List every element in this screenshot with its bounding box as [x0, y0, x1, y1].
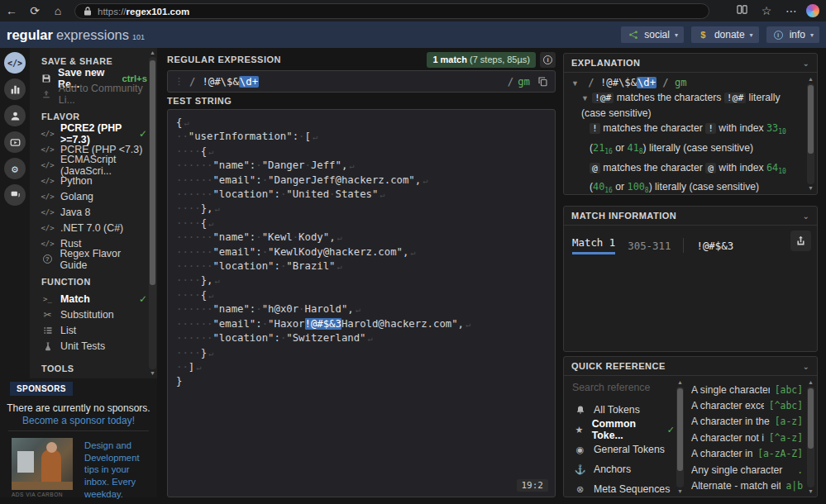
reference-item[interactable]: Alternate - match either a ...a|b — [691, 478, 803, 493]
flavor-item[interactable]: </>PCRE2 (PHP >=7.3)✓ — [41, 126, 157, 141]
flavor-item[interactable]: </>Golang — [41, 188, 157, 204]
scroll-down-icon[interactable]: ▼ — [677, 488, 683, 495]
list-scrollbar[interactable]: ▲ ▼ — [807, 379, 814, 495]
flavor-item[interactable]: ?Regex Flavor Guide — [41, 251, 157, 267]
test-string-line: ····},↵ — [176, 202, 547, 216]
home-icon[interactable]: ⌂ — [46, 4, 69, 17]
header-social-button[interactable]: social▾ — [621, 26, 684, 43]
chevron-down-icon[interactable]: ⌄ — [803, 59, 809, 68]
check-icon: ✓ — [667, 425, 675, 435]
collapse-arrow-icon[interactable]: ▼ — [571, 79, 579, 88]
regex-info-button[interactable]: i — [540, 52, 556, 68]
reference-item[interactable]: A single character of: a, ...[abc] — [691, 382, 803, 397]
scrollbar-thumb[interactable] — [677, 388, 683, 471]
explanation-row[interactable]: ▼!@# matches the characters !@# literall… — [571, 90, 802, 121]
chat-icon — [10, 190, 21, 201]
function-item[interactable]: Unit Tests — [41, 338, 157, 354]
regex-flags[interactable]: gm — [518, 76, 530, 88]
scroll-up-icon[interactable]: ▲ — [150, 50, 155, 56]
regex-input[interactable]: ⋮ / !@#\$&\d+ /gm — [167, 70, 556, 93]
search-reference-input[interactable] — [572, 382, 665, 393]
flavor-label: Java 8 — [60, 207, 91, 218]
scroll-up-icon[interactable]: ▲ — [677, 379, 683, 386]
export-matches-button[interactable] — [790, 231, 811, 251]
become-sponsor-link[interactable]: Become a sponsor today! — [0, 415, 157, 426]
explanation-scrollbar[interactable]: ▲ ▼ — [807, 76, 814, 192]
rail-settings[interactable]: ⚙ — [4, 158, 26, 179]
scrollbar-track[interactable] — [807, 387, 814, 487]
reference-item[interactable]: Any whitespace character\s — [691, 494, 803, 497]
regex101-logo[interactable]: regular expressions 101 — [7, 27, 145, 43]
scroll-down-icon[interactable]: ▼ — [808, 185, 814, 192]
sidebar-scrollbar[interactable]: ▲ ▼ — [149, 50, 156, 377]
reference-item[interactable]: A character in the ra...[a-zA-Z] — [691, 446, 803, 462]
collapse-arrow-icon[interactable]: ▼ — [581, 94, 589, 102]
scroll-down-icon[interactable]: ▼ — [808, 488, 814, 495]
scroll-down-icon[interactable]: ▼ — [150, 370, 155, 377]
flavor-item[interactable]: </>Java 8 — [41, 204, 157, 220]
scrollbar-track[interactable] — [807, 83, 814, 184]
add-to-community-button[interactable]: Add to Community Li... — [41, 86, 157, 102]
sponsor-ad-link[interactable]: Design and Development tips in your inbo… — [84, 440, 154, 500]
test-string-editor[interactable]: {↵··"userInformation":·[↵····{↵······"na… — [167, 109, 556, 497]
rail-library[interactable] — [4, 78, 26, 100]
rail-feedback[interactable] — [4, 184, 26, 206]
quick-reference-category[interactable]: ⚓Anchors — [567, 459, 675, 479]
reference-item[interactable]: A character not in the r...[^a-z] — [691, 430, 803, 445]
explanation-row[interactable]: @ matches the character @ with index 641… — [571, 160, 802, 195]
reference-item[interactable]: A character in the range:...[a-z] — [691, 414, 803, 430]
reference-item[interactable]: A character except: a, b...[^abc] — [691, 397, 803, 413]
flavor-item[interactable]: </>.NET 7.0 (C#) — [41, 220, 157, 235]
drag-grip-icon[interactable]: ⋮ — [174, 76, 184, 87]
rail-livestream[interactable] — [4, 131, 26, 153]
chevron-down-icon[interactable]: ⌄ — [803, 362, 809, 371]
quick-reference-category[interactable]: All Tokens — [567, 400, 675, 420]
circle-x-icon: ⊗ — [574, 484, 586, 495]
match-row[interactable]: Match 1 305-311 !@#$&3 — [572, 236, 809, 254]
quick-reference-category[interactable]: ★Common Toke...✓ — [567, 420, 675, 440]
function-item[interactable]: >_Match✓ — [41, 291, 157, 307]
match-label[interactable]: Match 1 — [572, 236, 615, 254]
quick-reference-header[interactable]: QUICK REFERENCE ⌄ — [564, 357, 817, 376]
refresh-icon[interactable]: ⟳ — [23, 4, 46, 17]
copy-icon[interactable] — [537, 76, 548, 87]
address-bar[interactable]: https://regex101.com — [74, 3, 709, 19]
line-break-icon: ↵ — [208, 147, 213, 156]
explanation-header[interactable]: EXPLANATION ⌄ — [564, 54, 817, 73]
line-break-icon: ↵ — [214, 204, 219, 213]
function-item[interactable]: List — [41, 322, 157, 338]
flavor-item[interactable]: </>ECMAScript (JavaScri... — [41, 157, 157, 173]
scrollbar-thumb[interactable] — [808, 85, 814, 154]
scrollbar-thumb[interactable] — [808, 388, 814, 449]
scrollbar-track[interactable] — [149, 57, 156, 369]
char-index-value: 1008 — [628, 181, 649, 193]
reference-description: A single character of: a, ... — [691, 384, 770, 396]
back-icon[interactable]: ← — [0, 4, 23, 17]
scrollbar-track[interactable] — [676, 387, 684, 487]
match-information-header[interactable]: MATCH INFORMATION ⌄ — [564, 207, 817, 226]
rail-regex-editor[interactable]: </> — [4, 52, 26, 74]
function-item[interactable]: ✂Substitution — [41, 307, 157, 322]
regex-open-delimiter: / — [189, 76, 195, 88]
quick-reference-category[interactable]: ◉General Tokens — [567, 440, 675, 459]
ads-via-carbon-caption[interactable]: ADS VIA CARBON — [12, 492, 63, 497]
chevron-down-icon[interactable]: ⌄ — [803, 212, 809, 221]
quick-reference-category[interactable]: ⊗Meta Sequences — [567, 479, 675, 497]
explanation-regex-line[interactable]: ▼ / !@#\$&\d+ / gm — [571, 77, 802, 88]
copilot-icon[interactable] — [806, 4, 819, 17]
scroll-up-icon[interactable]: ▲ — [808, 379, 814, 386]
regex-close-delimiter: / — [508, 76, 513, 88]
explanation-row[interactable]: ! matches the character ! with index 331… — [571, 121, 802, 159]
split-screen-icon[interactable] — [732, 4, 752, 17]
header-donate-button[interactable]: $donate▾ — [691, 26, 759, 43]
scrollbar-thumb[interactable] — [150, 60, 155, 285]
browser-menu-icon[interactable]: ⋯ — [781, 4, 801, 17]
scroll-up-icon[interactable]: ▲ — [808, 76, 814, 83]
favorites-star-icon[interactable]: ☆ — [757, 4, 776, 17]
menu-scrollbar[interactable]: ▲ ▼ — [676, 379, 684, 495]
reference-item[interactable]: Any single character. — [691, 462, 803, 478]
regex-section-label: REGULAR EXPRESSION — [167, 55, 281, 64]
sponsor-ad-image[interactable] — [12, 438, 73, 490]
rail-account[interactable] — [4, 105, 26, 126]
header-info-button[interactable]: iinfo▾ — [766, 26, 819, 43]
